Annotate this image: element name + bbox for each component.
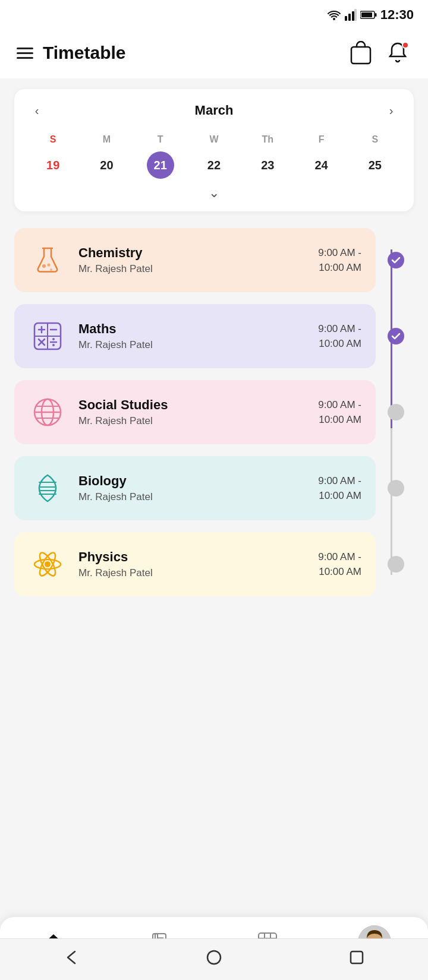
day-label-mon: M (80, 132, 133, 147)
maths-teacher: Mr. Rajesh Patel (78, 339, 306, 351)
maths-info: Maths Mr. Rajesh Patel (78, 321, 306, 351)
social-icon (29, 393, 67, 431)
calendar-expand-button[interactable]: ⌄ (26, 185, 402, 201)
biology-time: 9:00 AM -10:00 AM (318, 473, 361, 504)
svg-point-21 (52, 344, 55, 346)
android-nav (0, 938, 428, 980)
timeline-dot-biology (388, 480, 404, 497)
battery-icon (360, 10, 377, 20)
biology-teacher: Mr. Rajesh Patel (78, 491, 306, 503)
menu-button[interactable] (17, 48, 33, 59)
timeline-dot-chemistry (388, 252, 404, 268)
calendar-next-button[interactable]: › (380, 100, 402, 121)
timetable-row-biology: Biology Mr. Rajesh Patel 9:00 AM -10:00 … (14, 456, 414, 520)
timetable-row-social: Social Studies Mr. Rajesh Patel 9:00 AM … (14, 380, 414, 444)
timeline-dot-social (388, 404, 404, 421)
timetable-row-physics: Physics Mr. Rajesh Patel 9:00 AM -10:00 … (14, 532, 414, 596)
chemistry-info: Chemistry Mr. Rajesh Patel (78, 245, 306, 275)
svg-rect-0 (345, 16, 347, 21)
status-icons: 12:30 (327, 7, 414, 23)
svg-point-10 (48, 264, 51, 267)
header-left: Timetable (17, 43, 126, 63)
day-label-thu: Th (241, 132, 294, 147)
svg-rect-5 (361, 12, 372, 17)
recents-button[interactable] (342, 943, 371, 972)
biology-icon (29, 469, 67, 507)
calendar-header: ‹ March › (26, 100, 402, 121)
notification-dot (402, 42, 409, 49)
day-label-sun: S (26, 132, 80, 147)
biology-info: Biology Mr. Rajesh Patel (78, 473, 306, 503)
notification-button[interactable] (384, 39, 411, 67)
day-label-sat: S (348, 132, 402, 147)
physics-icon (29, 545, 67, 583)
page-title: Timetable (43, 43, 126, 63)
shopping-bag-icon (350, 41, 372, 65)
chemistry-time: 9:00 AM -10:00 AM (318, 245, 361, 276)
chemistry-teacher: Mr. Rajesh Patel (78, 263, 306, 275)
svg-point-44 (207, 951, 221, 964)
svg-rect-1 (348, 14, 351, 21)
cal-date-20[interactable]: 20 (80, 151, 133, 179)
cal-date-23[interactable]: 23 (241, 151, 294, 179)
back-button[interactable] (57, 943, 86, 972)
cal-date-22[interactable]: 22 (187, 151, 241, 179)
social-time: 9:00 AM -10:00 AM (318, 397, 361, 428)
physics-name: Physics (78, 549, 306, 565)
physics-info: Physics Mr. Rajesh Patel (78, 549, 306, 579)
calendar-prev-button[interactable]: ‹ (26, 100, 48, 121)
subject-card-social[interactable]: Social Studies Mr. Rajesh Patel 9:00 AM … (14, 380, 376, 444)
rows-and-timeline: Chemistry Mr. Rajesh Patel 9:00 AM -10:0… (14, 228, 414, 596)
status-time: 12:30 (380, 7, 414, 23)
timeline-dot-physics (388, 556, 404, 573)
bag-button[interactable] (347, 39, 374, 67)
timetable-row-maths: Maths Mr. Rajesh Patel 9:00 AM -10:00 AM (14, 304, 414, 368)
subject-card-maths[interactable]: Maths Mr. Rajesh Patel 9:00 AM -10:00 AM (14, 304, 376, 368)
timetable-row-chemistry: Chemistry Mr. Rajesh Patel 9:00 AM -10:0… (14, 228, 414, 292)
calendar-dates: 19 20 21 22 23 24 25 (26, 151, 402, 179)
svg-point-20 (52, 338, 55, 340)
cal-date-24[interactable]: 24 (294, 151, 348, 179)
timetable-section: Chemistry Mr. Rajesh Patel 9:00 AM -10:0… (0, 219, 428, 596)
cal-date-19[interactable]: 19 (26, 151, 80, 179)
subject-card-biology[interactable]: Biology Mr. Rajesh Patel 9:00 AM -10:00 … (14, 456, 376, 520)
home-button[interactable] (200, 943, 228, 972)
svg-rect-45 (351, 951, 363, 963)
wifi-icon (327, 10, 341, 20)
maths-time: 9:00 AM -10:00 AM (318, 321, 361, 352)
social-info: Social Studies Mr. Rajesh Patel (78, 397, 306, 427)
social-teacher: Mr. Rajesh Patel (78, 415, 306, 427)
svg-rect-3 (354, 9, 357, 21)
maths-icon (29, 317, 67, 355)
svg-rect-2 (352, 11, 354, 21)
svg-rect-6 (374, 13, 376, 17)
header: Timetable (0, 30, 428, 78)
calendar-day-labels: S M T W Th F S (26, 132, 402, 147)
header-icons (347, 39, 411, 67)
signal-icon (345, 9, 357, 21)
calendar-card: ‹ March › S M T W Th F S 19 20 21 22 23 … (14, 89, 414, 211)
maths-name: Maths (78, 321, 306, 337)
physics-teacher: Mr. Rajesh Patel (78, 567, 306, 579)
day-label-tue: T (134, 132, 187, 147)
social-name: Social Studies (78, 397, 306, 413)
subject-card-chemistry[interactable]: Chemistry Mr. Rajesh Patel 9:00 AM -10:0… (14, 228, 376, 292)
svg-point-8 (42, 264, 46, 268)
physics-time: 9:00 AM -10:00 AM (318, 549, 361, 580)
cal-date-25[interactable]: 25 (348, 151, 402, 179)
svg-point-25 (45, 561, 51, 567)
subject-card-physics[interactable]: Physics Mr. Rajesh Patel 9:00 AM -10:00 … (14, 532, 376, 596)
day-label-wed: W (187, 132, 241, 147)
calendar-month: March (195, 103, 234, 118)
svg-rect-7 (351, 47, 370, 64)
cal-date-21[interactable]: 21 (134, 151, 187, 179)
svg-point-9 (50, 268, 52, 271)
day-label-fri: F (294, 132, 348, 147)
timeline-dot-maths (388, 328, 404, 344)
status-bar: 12:30 (0, 0, 428, 30)
chemistry-name: Chemistry (78, 245, 306, 261)
biology-name: Biology (78, 473, 306, 489)
chemistry-icon (29, 241, 67, 279)
